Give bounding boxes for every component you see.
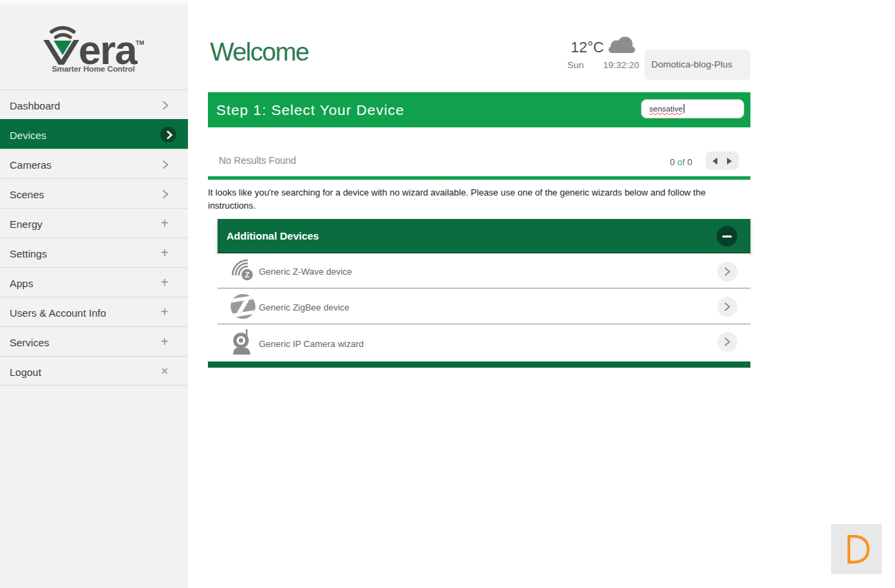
svg-text:Z: Z [244, 271, 249, 279]
svg-text:TM: TM [136, 39, 144, 46]
svg-text:Smarter Home Control: Smarter Home Control [52, 64, 135, 73]
